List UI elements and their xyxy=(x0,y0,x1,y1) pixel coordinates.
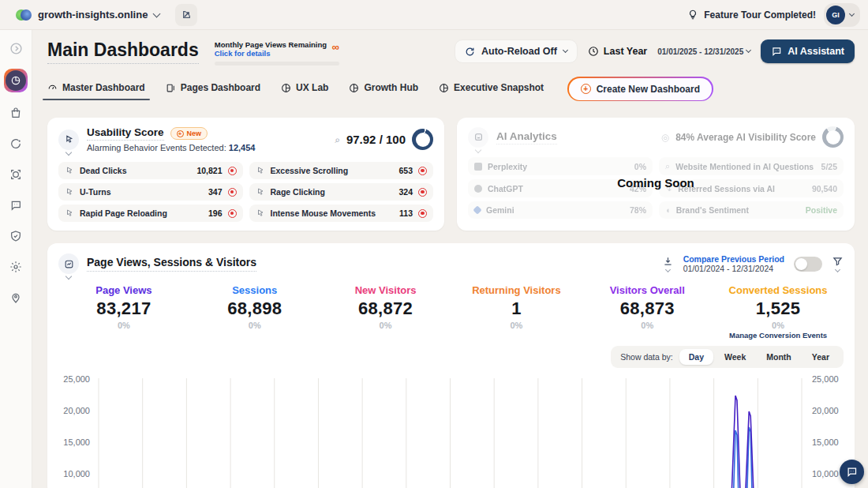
stat-delta: 0% xyxy=(713,321,844,330)
gemini-icon xyxy=(473,205,481,214)
lightbulb-icon xyxy=(687,9,698,21)
tab-pages-dashboard[interactable]: Pages Dashboard xyxy=(166,82,260,100)
click-cursor-icon xyxy=(64,134,74,145)
sidebar-collapse-icon[interactable] xyxy=(6,38,26,58)
auto-reload-select[interactable]: Auto-Reload Off xyxy=(455,39,578,63)
site-selector[interactable]: growth-insights.online xyxy=(8,6,167,24)
record-icon[interactable] xyxy=(418,209,427,218)
stat-label[interactable]: Page Views xyxy=(58,284,189,296)
usability-card-icon[interactable] xyxy=(58,130,79,150)
export-button[interactable] xyxy=(662,256,674,272)
feature-tour-status[interactable]: Feature Tour Completed! xyxy=(687,9,816,21)
main-content: Main Dashboards Monthly Page Views Remai… xyxy=(32,30,868,488)
tab-ux-lab[interactable]: UX Lab xyxy=(281,82,328,100)
y-tick-label: 15,000 xyxy=(63,437,90,447)
stat-label[interactable]: Returning Visitors xyxy=(451,284,582,296)
ai-card-title: AI Analytics xyxy=(496,130,557,145)
y-tick-label: 25,000 xyxy=(63,374,90,384)
ai-score-ring xyxy=(822,126,844,148)
sidebar-item-feedback[interactable] xyxy=(6,195,26,216)
stat-delta: 0% xyxy=(58,321,189,330)
avatar: GI xyxy=(826,6,845,24)
stat-delta: 0% xyxy=(451,321,582,330)
replay-icon xyxy=(9,137,22,150)
dashboard-pie-icon xyxy=(10,75,21,86)
record-icon[interactable] xyxy=(228,188,237,197)
site-logo-icon xyxy=(16,9,32,21)
external-link-icon xyxy=(181,9,192,20)
compare-label[interactable]: Compare Previous Period xyxy=(683,254,784,264)
ai-metric-row: ◖Brand's SentimentPositive xyxy=(659,201,844,219)
pageviews-title: Page Views, Sessions & Visitors xyxy=(87,256,256,272)
y-tick-label: 10,000 xyxy=(63,469,90,479)
stat-label[interactable]: Converted Sessions xyxy=(713,284,844,296)
manage-conversion-events-link[interactable]: Manage Conversion Events xyxy=(713,331,844,340)
chevron-down-icon xyxy=(153,9,161,17)
usability-score-ring xyxy=(412,129,433,150)
record-icon[interactable] xyxy=(228,209,237,218)
sidebar-item-security[interactable] xyxy=(6,226,26,246)
y-tick-label: 20,000 xyxy=(63,406,90,415)
cursor-icon xyxy=(65,187,74,197)
ai-visibility-score: 84% Average AI Visibility Score xyxy=(675,132,816,143)
period-year[interactable]: Year xyxy=(803,349,839,365)
new-badge: +New xyxy=(170,127,208,140)
metric-label: Rage Clicking xyxy=(271,187,325,197)
sidebar-item-ai[interactable] xyxy=(6,164,26,185)
period-week[interactable]: Week xyxy=(715,349,755,365)
date-range-picker[interactable]: 01/01/2025 - 12/31/2025 xyxy=(657,47,750,56)
search-icon: ⌕ xyxy=(665,161,670,171)
magnifier-icon[interactable]: ⌕ xyxy=(335,134,340,145)
sidebar-item-dashboards[interactable] xyxy=(4,69,28,92)
circle-split-icon xyxy=(439,83,449,93)
clock-icon xyxy=(588,46,599,57)
location-pin-icon xyxy=(9,291,22,304)
tab-executive-snapshot[interactable]: Executive Snapshot xyxy=(439,82,544,100)
usability-card-title: Usability Score xyxy=(87,126,164,141)
tab-master-dashboard[interactable]: Master Dashboard xyxy=(47,82,145,100)
create-new-dashboard-button[interactable]: + Create New Dashboard xyxy=(567,77,713,101)
usage-details-link[interactable]: Click for details xyxy=(215,49,339,58)
compare-toggle[interactable] xyxy=(794,257,822,272)
dashboard-tabs: Master Dashboard Pages Dashboard UX Lab … xyxy=(47,77,855,106)
sidebar-item-settings[interactable] xyxy=(6,257,26,277)
ai-chip-icon xyxy=(473,132,484,142)
usability-metric-row: Excessive Scrolling653 xyxy=(249,162,434,179)
metric-label: ChatGPT xyxy=(488,184,523,193)
record-icon[interactable] xyxy=(228,167,237,175)
pages-icon xyxy=(166,83,176,93)
user-menu[interactable]: GI xyxy=(824,3,860,27)
ai-analytics-card: AI Analytics ◎ 84% Average AI Visibility… xyxy=(457,118,855,231)
period-month[interactable]: Month xyxy=(757,349,801,365)
cursor-icon xyxy=(65,208,74,218)
metric-label: Perplexity xyxy=(488,162,527,171)
period-select[interactable]: Last Year xyxy=(588,46,647,57)
cursor-icon xyxy=(256,208,265,218)
compare-period: Compare Previous Period 01/01/2024 - 12/… xyxy=(683,254,784,273)
plot-area[interactable] xyxy=(93,374,807,488)
usability-metric-row: Rage Clicking324 xyxy=(249,183,434,201)
ai-assistant-button[interactable]: AI Assistant xyxy=(761,39,855,63)
pageviews-card-icon[interactable] xyxy=(58,253,79,274)
chat-icon xyxy=(771,46,782,57)
open-site-button[interactable] xyxy=(175,4,197,26)
show-data-by-label: Show data by: xyxy=(620,352,673,362)
record-icon[interactable] xyxy=(418,167,427,175)
sidebar-item-location[interactable] xyxy=(6,287,26,308)
sidebar-item-store[interactable] xyxy=(6,103,26,123)
infinity-icon: ∞ xyxy=(331,41,339,53)
filter-button[interactable] xyxy=(832,256,844,272)
record-icon[interactable] xyxy=(418,188,427,197)
tab-growth-hub[interactable]: Growth Hub xyxy=(349,82,418,100)
metric-value: 10,821 xyxy=(196,166,222,175)
chat-fab-button[interactable] xyxy=(840,460,864,484)
stat-label[interactable]: Visitors Overall xyxy=(582,284,713,296)
sidebar-item-recordings[interactable] xyxy=(6,133,26,154)
metric-value: Positive xyxy=(806,205,837,215)
metric-value: 78% xyxy=(630,205,646,215)
spike-page-views xyxy=(730,396,743,488)
stat-label[interactable]: New Visitors xyxy=(320,284,451,296)
stat-label[interactable]: Sessions xyxy=(189,284,320,296)
y-axis-right: 25,00020,00015,00010,0005,000 xyxy=(807,374,844,488)
period-day[interactable]: Day xyxy=(679,349,713,365)
